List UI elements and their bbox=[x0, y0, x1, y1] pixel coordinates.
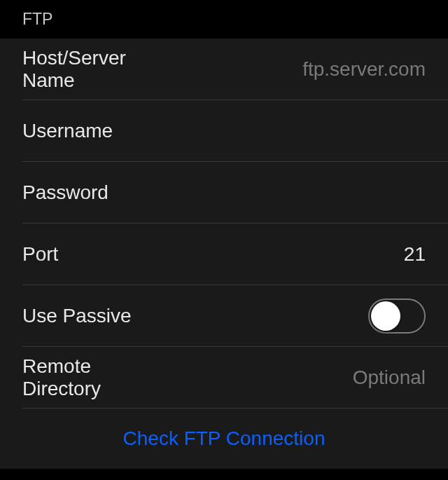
passive-toggle[interactable] bbox=[368, 299, 426, 334]
section-header-ftp: FTP bbox=[0, 0, 448, 39]
check-connection-row: Check FTP Connection bbox=[0, 409, 448, 469]
host-row[interactable]: Host/Server Name bbox=[0, 39, 448, 100]
passive-row: Use Passive bbox=[0, 285, 448, 347]
username-row[interactable]: Username bbox=[0, 100, 448, 162]
port-input[interactable] bbox=[58, 243, 426, 266]
bottom-spacer bbox=[0, 469, 448, 479]
host-label: Host/Server Name bbox=[22, 47, 164, 92]
ftp-settings-group: Host/Server Name Username Password Port … bbox=[0, 39, 448, 469]
check-connection-button[interactable]: Check FTP Connection bbox=[123, 427, 326, 450]
port-label: Port bbox=[22, 243, 58, 266]
remote-dir-label: Remote Directory bbox=[22, 355, 164, 400]
passive-label: Use Passive bbox=[22, 305, 132, 327]
remote-dir-input[interactable] bbox=[164, 366, 426, 389]
password-label: Password bbox=[22, 181, 108, 204]
host-input[interactable] bbox=[164, 58, 426, 81]
remote-dir-row[interactable]: Remote Directory bbox=[0, 347, 448, 409]
port-row[interactable]: Port bbox=[0, 224, 448, 285]
password-input[interactable] bbox=[108, 181, 426, 204]
section-title: FTP bbox=[22, 10, 52, 28]
password-row[interactable]: Password bbox=[0, 162, 448, 224]
toggle-knob bbox=[371, 301, 400, 331]
username-label: Username bbox=[22, 120, 113, 142]
username-input[interactable] bbox=[113, 120, 426, 142]
